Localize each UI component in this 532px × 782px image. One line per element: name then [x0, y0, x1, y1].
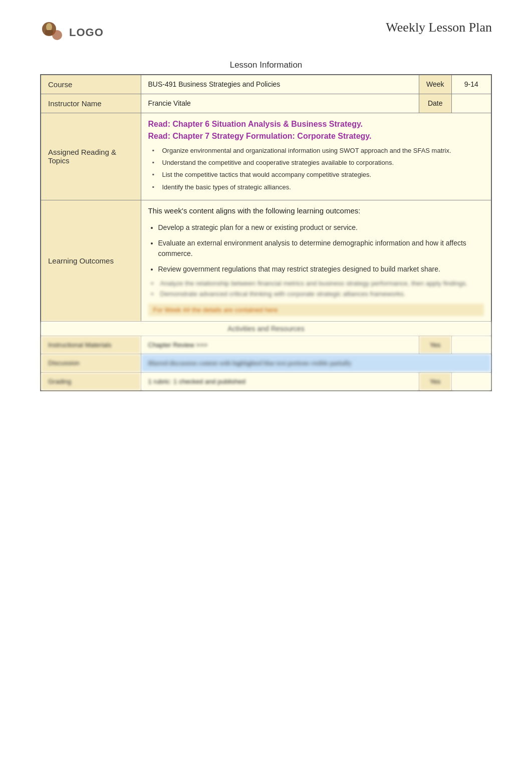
- reading-bullets: Organize environmental and organizationa…: [148, 146, 484, 192]
- outcome-bullet-2: Evaluate an external environment analysi…: [158, 238, 484, 259]
- instructor-label: Instructor Name: [41, 94, 141, 113]
- reading-purple-line-1: Read: Chapter 6 Situation Analysis & Bus…: [148, 118, 484, 130]
- week-label: Week: [419, 75, 451, 94]
- week-value: 9-14: [451, 75, 491, 94]
- blurred-bullet-2: Demonstrate advanced critical thinking w…: [148, 290, 484, 298]
- blurred-orange-bar: For Week ## the details are contained he…: [148, 304, 484, 316]
- svg-rect-2: [45, 30, 53, 35]
- reading-content: Read: Chapter 6 Situation Analysis & Bus…: [141, 113, 491, 200]
- outcome-bullet-3: Review government regulations that may r…: [158, 264, 484, 275]
- page-title: Weekly Lesson Plan: [386, 20, 492, 35]
- materials-row: Instructional Materials Chapter Review >…: [41, 336, 491, 354]
- date-label: Date: [419, 94, 451, 113]
- grading-week: Yes: [419, 373, 451, 391]
- discussion-label: Discussion: [41, 354, 141, 373]
- outcome-bullet-1: Develop a strategic plan for a new or ex…: [158, 222, 484, 233]
- logo-icon: [40, 20, 65, 45]
- discussion-row: Discussion Blurred discussion content wi…: [41, 354, 491, 373]
- lesson-table: Course BUS-491 Business Strategies and P…: [40, 74, 492, 391]
- materials-content: Chapter Review >>>: [141, 336, 419, 354]
- materials-label: Instructional Materials: [41, 336, 141, 354]
- outcomes-intro: This week's content aligns with the foll…: [148, 205, 484, 217]
- page-header: LOGO Weekly Lesson Plan: [40, 20, 492, 45]
- outcomes-blurred-bullets: Analyze the relationship between financi…: [148, 280, 484, 298]
- reading-bullet-4: Identify the basic types of strategic al…: [148, 183, 484, 192]
- instructor-row: Instructor Name Francie Vitale Date: [41, 94, 491, 113]
- reading-purple-line-2: Read: Chapter 7 Strategy Formulation: Co…: [148, 130, 484, 142]
- lesson-info-title: Lesson Information: [40, 60, 492, 70]
- logo-text: LOGO: [69, 26, 104, 39]
- outcomes-bullets: Develop a strategic plan for a new or ex…: [158, 222, 484, 275]
- course-value: BUS-491 Business Strategies and Policies: [141, 75, 419, 94]
- course-label: Course: [41, 75, 141, 94]
- materials-week: Yes: [419, 336, 451, 354]
- discussion-content: Blurred discussion content with highligh…: [141, 354, 491, 373]
- svg-point-3: [52, 30, 62, 40]
- reading-bullet-3: List the competitive tactics that would …: [148, 170, 484, 179]
- blurred-bullet-1: Analyze the relationship between financi…: [148, 280, 484, 287]
- materials-value: [451, 336, 491, 354]
- page-container: LOGO Weekly Lesson Plan Lesson Informati…: [0, 0, 532, 421]
- activities-title-cell: Activities and Resources: [41, 322, 491, 336]
- grading-row: Grading 1 rubric: 1 checked and publishe…: [41, 373, 491, 391]
- course-row: Course BUS-491 Business Strategies and P…: [41, 75, 491, 94]
- reading-bullet-1: Organize environmental and organizationa…: [148, 146, 484, 155]
- grading-label: Grading: [41, 373, 141, 391]
- activities-title-row: Activities and Resources: [41, 322, 491, 336]
- grading-content: 1 rubric: 1 checked and published: [141, 373, 419, 391]
- outcomes-content: This week's content aligns with the foll…: [141, 200, 491, 322]
- reading-bullet-2: Understand the competitive and cooperati…: [148, 158, 484, 167]
- reading-row: Assigned Reading & Topics Read: Chapter …: [41, 113, 491, 200]
- outcomes-row: Learning Outcomes This week's content al…: [41, 200, 491, 322]
- instructor-value: Francie Vitale: [141, 94, 419, 113]
- svg-point-1: [46, 23, 52, 31]
- reading-label: Assigned Reading & Topics: [41, 113, 141, 200]
- logo-area: LOGO: [40, 20, 104, 45]
- date-value: [451, 94, 491, 113]
- grading-value: [451, 373, 491, 391]
- outcomes-label: Learning Outcomes: [41, 200, 141, 322]
